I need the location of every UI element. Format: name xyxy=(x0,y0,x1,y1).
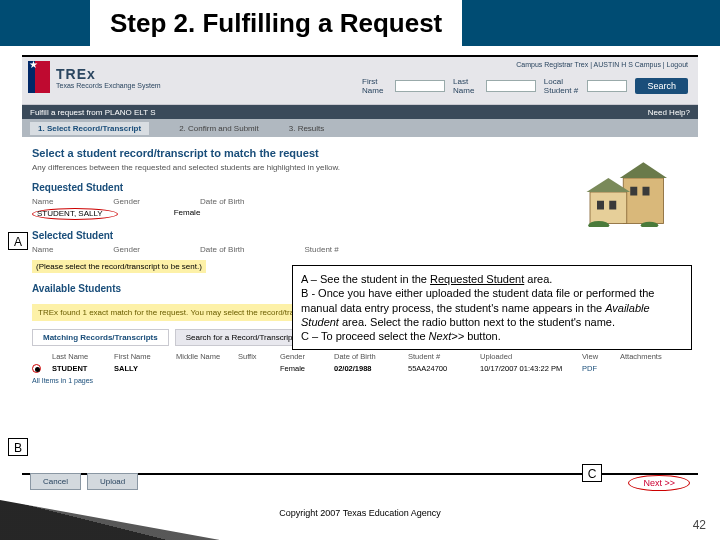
requested-gender: Female xyxy=(174,208,201,220)
cell-view[interactable]: PDF xyxy=(582,364,618,373)
texas-flag-icon xyxy=(28,61,50,93)
local-id-input[interactable] xyxy=(587,80,627,92)
table-footer: All Items in 1 pages xyxy=(32,377,688,384)
step-3[interactable]: 3. Results xyxy=(289,124,325,133)
svg-rect-0 xyxy=(623,178,663,224)
search-button[interactable]: Search xyxy=(635,78,688,94)
context-title: Fulfill a request from PLANO ELT S xyxy=(30,108,156,117)
decorative-wedge xyxy=(0,500,220,540)
app-header: TREx Texas Records Exchange System Campu… xyxy=(22,57,698,105)
first-name-input[interactable] xyxy=(395,80,445,92)
logo: TREx Texas Records Exchange System xyxy=(28,61,161,93)
label-gender: Gender xyxy=(113,197,140,206)
requested-name: STUDENT, SALLY xyxy=(32,208,118,220)
label-name: Name xyxy=(32,197,53,206)
label-last: Last Name xyxy=(453,77,478,95)
label-first: First Name xyxy=(362,77,387,95)
cell-uploaded: 10/17/2007 01:43:22 PM xyxy=(480,364,580,373)
cell-dob: 02/02/1988 xyxy=(334,364,406,373)
label-id: Local Student # xyxy=(544,77,580,95)
selected-student-heading: Selected Student xyxy=(32,230,688,241)
cell-first: SALLY xyxy=(114,364,174,373)
step-1[interactable]: 1. Select Record/Transcript xyxy=(30,122,149,135)
table-row: STUDENT SALLY Female 02/02/1988 55AA2470… xyxy=(32,364,688,373)
page-number: 42 xyxy=(693,518,706,532)
brand-small: Texas Records Exchange System xyxy=(56,82,161,89)
svg-marker-2 xyxy=(620,162,667,178)
cancel-button[interactable]: Cancel xyxy=(30,473,81,490)
svg-rect-1 xyxy=(590,192,627,224)
selected-note: (Please select the record/transcript to … xyxy=(32,260,206,273)
search-row: First Name Last Name Local Student # Sea… xyxy=(362,77,688,95)
slide-title: Step 2. Fulfilling a Request xyxy=(90,0,462,46)
svg-rect-6 xyxy=(630,187,637,196)
tab-search[interactable]: Search for a Record/Transcript xyxy=(175,329,306,346)
next-button[interactable]: Next >> xyxy=(628,475,690,491)
title-bar: Step 2. Fulfilling a Request xyxy=(0,0,720,46)
table-header: Last Name First Name Middle Name Suffix … xyxy=(32,352,688,361)
bottom-buttons: Cancel Upload xyxy=(30,473,138,490)
building-icon xyxy=(580,157,670,227)
wizard-steps: 1. Select Record/Transcript 2. Confirm a… xyxy=(22,119,698,137)
svg-rect-8 xyxy=(597,201,604,210)
context-bar: Fulfill a request from PLANO ELT S Need … xyxy=(22,105,698,119)
label-dob: Date of Birth xyxy=(200,197,244,206)
callout-C-letter: C xyxy=(582,464,602,482)
callout-B-letter: B xyxy=(8,438,28,456)
cell-sid: 55AA24700 xyxy=(408,364,478,373)
upload-button[interactable]: Upload xyxy=(87,473,138,490)
last-name-input[interactable] xyxy=(486,80,536,92)
callout-A-letter: A xyxy=(8,232,28,250)
brand-big: TREx xyxy=(56,66,161,82)
row-radio[interactable] xyxy=(32,364,41,373)
top-right-text: Campus Registrar Trex | AUSTIN H S Campu… xyxy=(516,61,688,68)
copyright: Copyright 2007 Texas Education Agency xyxy=(0,508,720,518)
cell-last: STUDENT xyxy=(52,364,112,373)
svg-rect-9 xyxy=(609,201,616,210)
step-2[interactable]: 2. Confirm and Submit xyxy=(179,124,259,133)
selected-labels: Name Gender Date of Birth Student # xyxy=(32,245,688,254)
cell-gender: Female xyxy=(280,364,332,373)
svg-rect-7 xyxy=(643,187,650,196)
annotation-box: A – See the student in the Requested Stu… xyxy=(292,265,692,350)
tab-matching[interactable]: Matching Records/Transcripts xyxy=(32,329,169,346)
need-help-link[interactable]: Need Help? xyxy=(648,108,690,117)
